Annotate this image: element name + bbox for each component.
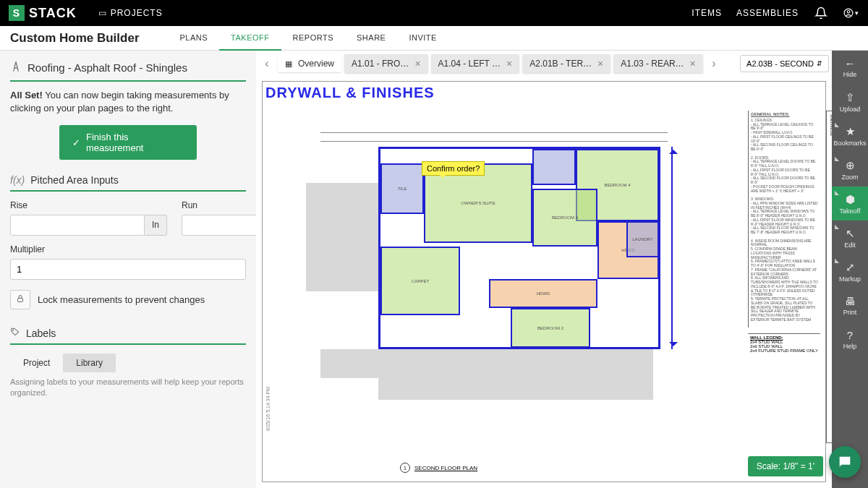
rise-unit: In (145, 215, 167, 236)
tab-plans[interactable]: PLANS (169, 26, 220, 51)
close-icon[interactable]: × (506, 58, 512, 69)
tab-reports[interactable]: REPORTS (281, 26, 345, 51)
plan-tab-prev[interactable]: ‹ (259, 53, 275, 74)
pitched-title: Pitched Area Inputs (30, 174, 118, 186)
finish-label: Finish this measurement (86, 132, 184, 153)
rise-input[interactable] (10, 215, 145, 236)
user-menu-icon[interactable]: ▾ (843, 5, 859, 21)
multiplier-label: Multiplier (10, 244, 246, 254)
pitched-area-heading: f(x) Pitched Area Inputs (10, 174, 246, 192)
notes-title: GENERAL NOTES: (751, 112, 818, 117)
rail-hide[interactable]: ←Hide (832, 51, 868, 85)
plan-sheet: DRYWALL & FINISHES 8/25/16 5:14:34 PM OW… (262, 81, 826, 482)
rail-label: Hide (843, 71, 857, 78)
label-tab-project[interactable]: Project (10, 354, 63, 372)
bell-icon[interactable] (813, 5, 829, 21)
projects-label: PROJECTS (111, 8, 163, 18)
notes-body: 1. CEILINGS:- ALL TERRACE LEVEL CEILINGS… (751, 119, 818, 322)
check-icon: ✓ (72, 137, 80, 148)
general-notes: GENERAL NOTES: 1. CEILINGS:- ALL TERRACE… (748, 111, 820, 328)
title-block: REMARKS PERMIT SET brightwaterhomes OAK … (826, 111, 832, 443)
rise-label: Rise (10, 200, 167, 210)
label-tabs: Project Library (10, 354, 246, 372)
upload-icon: ⇧ (846, 91, 855, 104)
assemblies-link[interactable]: ASSEMBLIES (736, 8, 799, 18)
subnav: Custom Home Builder PLANS TAKEOFF REPORT… (0, 26, 868, 51)
labels-heading: Labels (10, 327, 246, 345)
triangle-icon: ◣ (835, 189, 839, 196)
items-link[interactable]: ITEMS (692, 8, 722, 18)
run-input[interactable] (182, 215, 256, 236)
room-bath (532, 149, 576, 185)
function-icon: f(x) (10, 174, 25, 186)
lock-icon (16, 294, 25, 303)
topbar-right: ITEMS ASSEMBLIES ▾ (692, 5, 859, 21)
plan-tab-overview[interactable]: ▦ Overview (278, 55, 341, 72)
allset-bold: All Set! (10, 90, 43, 100)
close-icon[interactable]: × (597, 58, 603, 69)
plan-timestamp: 8/25/16 5:14:34 PM (265, 387, 271, 431)
brand-logo[interactable]: S STACK (9, 5, 77, 21)
calendar-icon: ▭ (98, 8, 107, 18)
plan-tab-label: A1.04 - LEFT … (438, 59, 501, 69)
canvas-area: ‹ ▦ Overview A1.01 - FRO… × A1.04 - LEFT… (256, 51, 832, 488)
rise-run-row: Rise In Run In (10, 200, 246, 236)
plan-tab-a101[interactable]: A1.01 - FRO… × (344, 54, 428, 73)
room-hall: HDWD (489, 279, 597, 308)
dimension-arrow (671, 147, 673, 349)
tool-rail: ←Hide ⇧Upload ◣★Bookmarks ◣⊕Zoom ◣⬢Takeo… (832, 51, 868, 488)
rail-label: Zoom (841, 174, 858, 181)
rail-label: Upload (840, 106, 861, 113)
room-carpet: CARPET (380, 247, 460, 315)
plan-tab-label: A2.01B - TER… (529, 59, 592, 69)
rise-group: Rise In (10, 200, 167, 236)
run-label: Run (182, 200, 256, 210)
plan-body: 8/25/16 5:14:34 PM OWNER'S SUITE TILE BE… (277, 111, 742, 445)
rail-help[interactable]: ?Help (832, 322, 868, 356)
label-tab-library[interactable]: Library (63, 354, 116, 372)
room-tile: TILE (380, 163, 424, 214)
rail-bookmarks[interactable]: ◣★Bookmarks (832, 119, 868, 153)
select-arrows-icon: ⇵ (817, 60, 822, 67)
overview-label: Overview (298, 59, 334, 69)
lock-button[interactable] (10, 290, 30, 309)
rail-print[interactable]: 🖶Print (832, 288, 868, 322)
chat-bubble-button[interactable] (829, 446, 861, 478)
plan-tab-next[interactable]: › (706, 53, 722, 74)
markup-callout[interactable]: Confirm order? (422, 161, 485, 176)
run-group: Run In (182, 200, 256, 236)
projects-link[interactable]: ▭ PROJECTS (98, 8, 163, 18)
plan-tab-a104[interactable]: A1.04 - LEFT … × (431, 54, 520, 73)
scale-badge[interactable]: Scale: 1/8" = 1' (748, 456, 823, 476)
subnav-tabs: PLANS TAKEOFF REPORTS SHARE INVITE (169, 26, 448, 51)
close-icon[interactable]: × (690, 58, 696, 69)
measurement-sidebar: Roofing - Asphalt Roof - Shingles All Se… (0, 51, 256, 488)
grid-icon: ▦ (285, 59, 292, 69)
tab-share[interactable]: SHARE (345, 26, 397, 51)
rail-label: Takeoff (840, 207, 861, 215)
rail-zoom[interactable]: ◣⊕Zoom (832, 153, 868, 187)
rail-label: Markup (839, 275, 861, 283)
multiplier-input[interactable] (10, 259, 246, 280)
rail-upload[interactable]: ⇧Upload (832, 85, 868, 119)
tag-icon (10, 327, 20, 339)
caption-title: SECOND FLOOR PLAN (414, 465, 477, 471)
plan-selector[interactable]: A2.03B - SECOND ⇵ (740, 55, 829, 72)
finish-measurement-button[interactable]: ✓ Finish this measurement (59, 125, 197, 160)
plan-tab-a201b[interactable]: A2.01B - TER… × (522, 54, 610, 73)
wall-legend: WALL LEGEND: 2x4 STUD WALL2x6 STUD WALL2… (748, 333, 820, 354)
rail-edit[interactable]: ◣↖Edit (832, 221, 868, 254)
rail-takeoff[interactable]: ◣⬢Takeoff (832, 187, 868, 221)
brand-logo-mark: S (9, 5, 25, 21)
takeoff-icon: ⬢ (846, 193, 855, 206)
triangle-icon: ◣ (835, 257, 839, 264)
measurement-title: Roofing - Asphalt Roof - Shingles (27, 61, 187, 74)
plan-sheet-title: DRYWALL & FINISHES (265, 85, 435, 101)
close-icon[interactable]: × (414, 58, 420, 69)
rail-label: Help (843, 343, 857, 350)
tab-invite[interactable]: INVITE (397, 26, 448, 51)
plan-tab-a103[interactable]: A1.03 - REAR… × (613, 54, 703, 73)
tab-takeoff[interactable]: TAKEOFF (219, 26, 281, 51)
rail-markup[interactable]: ◣⤢Markup (832, 254, 868, 288)
plan-canvas[interactable]: ↗ New Tab DRYWALL & FINISHES 8/25/16 5:1… (256, 77, 832, 488)
